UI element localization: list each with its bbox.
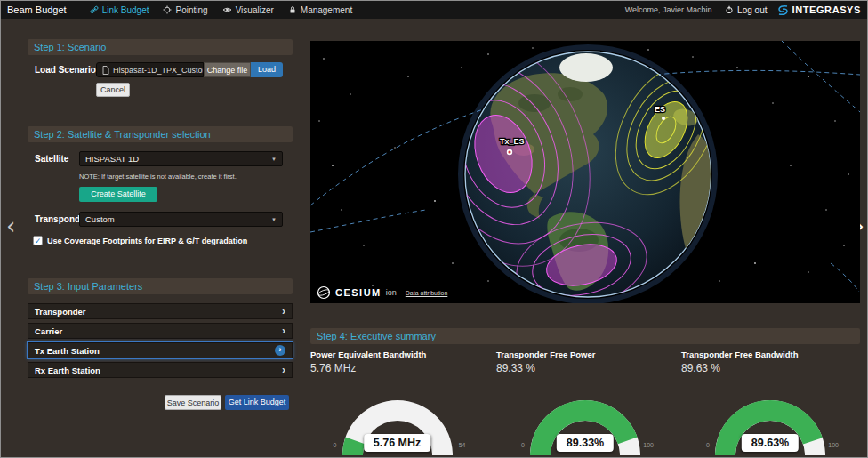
globe-scene: Tx_ES ES [310,41,860,303]
gauge-min-tick: 0 [334,442,337,448]
accordion-label: Transponder [35,307,86,317]
nav-pointing[interactable]: Pointing [163,5,207,15]
gauge-title: Power Equivalent Bandwidth [310,350,484,359]
step1-header: Step 1: Scenario [28,39,293,55]
transponder-select[interactable]: Custom ▼ [79,212,283,227]
scenario-file-input[interactable]: Hispasat-1D_TPX_Custom.json [96,62,204,77]
step3-header: Step 3: Input Parameters [28,278,293,294]
navbar: Beam Budget Link Budget Pointing Visuali… [1,1,867,19]
welcome-text: Welcome, Javier Machin. [625,5,714,14]
gauge-min-tick: 0 [521,442,525,448]
gauge-max-tick: 100 [828,442,839,448]
chevron-right-icon: › [275,345,285,356]
gauge-col-transponder-free-bandwidth: Transponder Free Bandwidth 89.63 % 0 100… [681,350,859,458]
file-icon [102,66,109,75]
cancel-button[interactable]: Cancel [96,83,130,97]
gauge-readout: 89.63% [742,434,799,452]
footprints-checkbox-label: Use Coverage Footprints for EIRP & G/T d… [47,237,247,245]
accordion-carrier[interactable]: Carrier › [28,323,293,339]
satellite-note: NOTE: If target satellite is not availab… [79,173,237,181]
nav-visualizer[interactable]: Visualizer [222,5,274,15]
chevron-right-icon: › [282,365,285,375]
load-button[interactable]: Load [251,62,283,77]
logout-button[interactable]: Log out [725,5,767,15]
greenland-ice [559,53,613,82]
gauge-col-transponder-free-power: Transponder Free Power 89.33 % 0 100 89.… [496,350,674,458]
caret-down-icon: ▼ [271,217,277,222]
get-link-budget-button[interactable]: Get Link Budget [225,395,289,410]
app-window: Beam Budget Link Budget Pointing Visuali… [0,0,868,458]
gauge-col-power-equivalent-bandwidth: Power Equivalent Bandwidth 5.76 MHz 0 54… [310,350,484,458]
logo-text: INTEGRASYS [792,4,861,15]
gauge: 0 54 5.76 MHz [322,379,473,458]
gauge-value-text: 89.33 % [496,362,674,374]
cesium-ion-text: ion [386,288,397,297]
navbar-right: Welcome, Javier Machin. Log out INTEGRAS… [625,4,861,16]
chevron-right-icon: › [282,306,285,317]
satellite-select[interactable]: HISPASAT 1D ▼ [79,151,283,166]
accordion-label: Carrier [35,326,62,336]
satellite-select-value: HISPASAT 1D [85,154,139,164]
cesium-brand-text: CESIUM [335,287,382,298]
caret-down-icon: ▼ [271,157,277,162]
accordion-transponder[interactable]: Transponder › [28,303,293,319]
nav-link-budget[interactable]: Link Budget [90,5,149,15]
tx-station-marker [507,149,512,155]
pointer-icon [163,5,172,14]
logout-label: Log out [737,5,767,15]
eye-icon [222,5,232,14]
gauge: 0 100 89.33% [510,379,661,458]
footprints-checkbox[interactable]: ✓ [33,236,43,245]
scenario-file-name: Hispasat-1D_TPX_Custom.json [113,66,204,75]
footprints-checkbox-row[interactable]: ✓ Use Coverage Footprints for EIRP & G/T… [33,236,247,245]
cesium-logo-icon [317,285,331,300]
save-scenario-button[interactable]: Save Scenario [165,395,221,410]
gauge-title: Transponder Free Power [496,350,674,359]
nav-label: Link Budget [102,5,149,15]
app-brand: Beam Budget [7,4,67,15]
change-file-button[interactable]: Change file [204,62,251,77]
accordion-label: Tx Earth Station [35,346,100,356]
gauge-value-text: 89.63 % [681,362,859,374]
lock-icon [288,5,297,14]
integrasys-mark-icon [777,4,789,16]
tx-station-label: Tx_ES [500,137,525,146]
beam-center-marker [662,117,665,120]
nav-label: Pointing [175,5,207,15]
nav-management[interactable]: Management [288,5,352,15]
data-attribution-link[interactable]: Data attribution [406,290,447,296]
step2-header: Step 2: Satellite & Transponder selectio… [28,126,293,142]
chevron-right-icon: › [282,325,285,336]
accordion-rx-earth-station[interactable]: Rx Earth Station › [28,362,293,378]
gauge-readout: 89.33% [557,434,614,452]
step4-header: Step 4: Executive summary [310,328,860,344]
integrasys-logo: INTEGRASYS [777,4,861,16]
beam-label: ES [655,105,665,114]
cesium-globe-viewport[interactable]: Tx_ES ES CESIUM ion Data attribution [310,41,860,303]
gauge-title: Transponder Free Bandwidth [681,350,859,359]
accordion-label: Rx Earth Station [35,366,100,375]
cesium-credit: CESIUM ion Data attribution [317,285,447,300]
nav-label: Management [301,5,352,15]
create-satellite-button[interactable]: Create Satellite [79,187,157,202]
check-icon: ✓ [35,237,42,245]
chevron-left-icon: ‹ [6,213,15,239]
carousel-prev-button[interactable]: ‹ [6,214,15,237]
gauge-max-tick: 100 [643,442,654,448]
accordion-tx-earth-station[interactable]: Tx Earth Station › [28,342,293,358]
nav-label: Visualizer [236,5,274,15]
gauge-max-tick: 54 [459,442,466,448]
gauge-readout: 5.76 MHz [364,434,431,452]
gauge: 0 100 89.63% [695,379,846,458]
load-scenario-label: Load Scenario: [35,65,99,75]
satellite-label: Satellite [35,154,68,164]
link-icon [90,5,99,14]
gauge-value-text: 5.76 MHz [310,362,484,374]
transponder-select-value: Custom [85,214,115,224]
gauge-min-tick: 0 [706,442,710,448]
power-icon [725,5,734,14]
